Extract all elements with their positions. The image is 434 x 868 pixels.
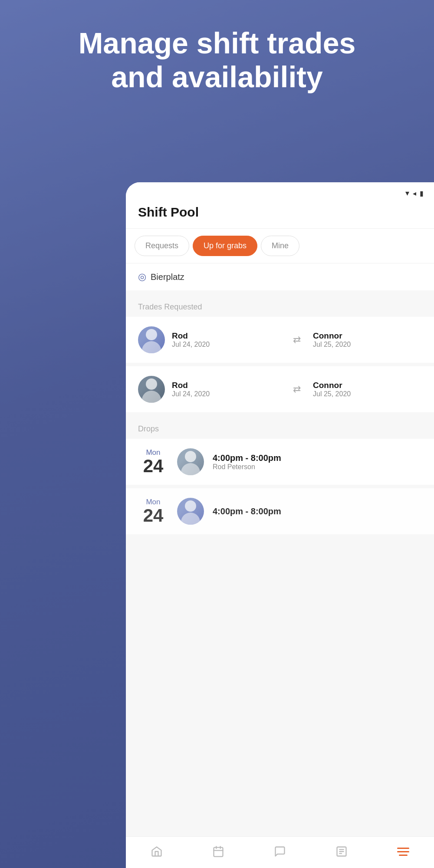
avatar-body [181, 513, 200, 525]
nav-item-menu[interactable] [372, 842, 434, 861]
drop-info: 4:00pm - 8:00pm Rod Peterson [213, 453, 422, 471]
calendar-icon [212, 845, 224, 858]
tab-mine[interactable]: Mine [261, 236, 299, 256]
hero-title-line2: and availability [111, 60, 323, 93]
drop-time: 4:00pm - 8:00pm [213, 506, 422, 516]
trade-to-name: Connor [313, 331, 422, 341]
avatar-body [181, 463, 200, 475]
trade-item[interactable]: Rod Jul 24, 2020 ⇄ Connor Jul 25, 2020 [126, 366, 434, 412]
tab-bar: Requests Up for grabs Mine [126, 229, 434, 263]
avatar-head [146, 378, 157, 390]
trade-from-name: Rod [172, 331, 281, 341]
wifi-icon: ▾ [405, 188, 409, 198]
avatar-head [185, 451, 196, 462]
hero-title-line1: Manage shift trades [79, 26, 356, 59]
drop-time: 4:00pm - 8:00pm [213, 453, 422, 463]
bottom-nav [126, 836, 434, 868]
trade-to-info: Connor Jul 25, 2020 [313, 381, 422, 398]
avatar-silhouette [177, 498, 204, 525]
nav-item-home[interactable] [126, 842, 187, 861]
trade-to-info: Connor Jul 25, 2020 [313, 331, 422, 349]
nav-item-tasks[interactable] [311, 842, 372, 861]
drop-info: 4:00pm - 8:00pm [213, 506, 422, 516]
trade-to-date: Jul 25, 2020 [313, 341, 422, 349]
avatar-silhouette [177, 448, 204, 475]
tab-requests[interactable]: Requests [135, 236, 189, 256]
trade-from-info: Rod Jul 24, 2020 [172, 381, 281, 398]
app-card: ▾ ◂ ▮ Shift Pool Requests Up for grabs M… [126, 182, 434, 868]
content-area: ◎ Bierplatz Trades Requested Rod Jul 24,… [126, 263, 434, 836]
svg-rect-0 [214, 848, 223, 857]
avatar-head [185, 500, 196, 512]
location-bar: ◎ Bierplatz [126, 263, 434, 290]
menu-icon [397, 848, 409, 856]
menu-line-3 [399, 855, 408, 856]
trade-to-date: Jul 25, 2020 [313, 390, 422, 398]
drop-day-num: 24 [138, 457, 168, 475]
trade-from-date: Jul 24, 2020 [172, 390, 281, 398]
nav-item-calendar[interactable] [187, 842, 249, 861]
status-bar: ▾ ◂ ▮ [126, 182, 434, 201]
trades-section-header: Trades Requested [126, 294, 434, 317]
app-header: Shift Pool [126, 201, 434, 229]
nav-item-chat[interactable] [249, 842, 311, 861]
trade-item[interactable]: Rod Jul 24, 2020 ⇄ Connor Jul 25, 2020 [126, 317, 434, 363]
trade-to-name: Connor [313, 381, 422, 390]
drop-date-block: Mon 24 [138, 498, 168, 525]
trade-from-date: Jul 24, 2020 [172, 341, 281, 349]
location-icon: ◎ [138, 271, 146, 283]
avatar-drop-1 [177, 448, 204, 475]
avatar-body [142, 391, 161, 403]
avatar-silhouette [138, 326, 165, 353]
menu-line-2 [397, 851, 409, 852]
avatar-rod-1 [138, 326, 165, 353]
drops-section-header: Drops [126, 416, 434, 439]
drop-item[interactable]: Mon 24 4:00pm - 8:00pm [126, 488, 434, 534]
location-name: Bierplatz [151, 272, 184, 282]
avatar-rod-2 [138, 376, 165, 403]
home-icon [151, 845, 163, 858]
trade-from-name: Rod [172, 381, 281, 390]
avatar-silhouette [138, 376, 165, 403]
swap-icon: ⇄ [288, 334, 306, 345]
drop-item[interactable]: Mon 24 4:00pm - 8:00pm Rod Peterson [126, 439, 434, 485]
hero-text: Manage shift trades and availability [0, 26, 434, 94]
avatar-head [146, 329, 157, 340]
battery-icon: ▮ [420, 189, 424, 197]
trade-from-info: Rod Jul 24, 2020 [172, 331, 281, 349]
menu-line-1 [397, 848, 409, 849]
swap-icon: ⇄ [288, 384, 306, 395]
drop-day-num: 24 [138, 506, 168, 525]
chat-icon [274, 845, 286, 858]
avatar-drop-2 [177, 498, 204, 525]
signal-icon: ◂ [413, 189, 416, 197]
drop-date-block: Mon 24 [138, 448, 168, 475]
drop-person: Rod Peterson [213, 463, 422, 471]
avatar-body [142, 341, 161, 353]
page-title: Shift Pool [138, 205, 199, 219]
tasks-icon [335, 845, 348, 858]
tab-up-for-grabs[interactable]: Up for grabs [193, 236, 257, 256]
